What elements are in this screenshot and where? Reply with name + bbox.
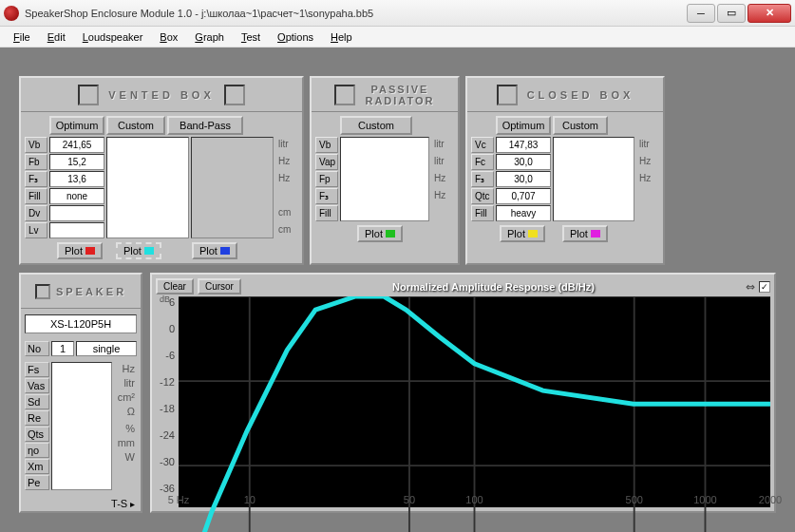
- speaker-param-unit: cm²: [114, 390, 137, 404]
- closed-col-custom[interactable]: Custom: [553, 116, 608, 135]
- speaker-no-label: No: [25, 341, 49, 356]
- menu-loudspeaker[interactable]: Loudspeaker: [75, 29, 151, 45]
- param-value: 241,65: [49, 137, 104, 153]
- chart-surface[interactable]: dB 60-6-12-18-24-30-36 5 Hz1050100500100…: [179, 296, 770, 507]
- chart-panel: Clear Cursor Normalized Amplitude Respon…: [150, 273, 776, 513]
- closed-plot-optimum[interactable]: Plot: [500, 225, 545, 242]
- menu-bar: File Edit Loudspeaker Box Graph Test Opt…: [0, 27, 795, 48]
- cursor-button[interactable]: Cursor: [198, 278, 241, 294]
- param-value: 15,2: [49, 154, 104, 170]
- speaker-header: SPEAKER: [21, 275, 141, 309]
- param-unit: Hz: [636, 171, 659, 187]
- param-value: 30,0: [496, 171, 551, 187]
- speaker-param-unit: Ω: [114, 405, 137, 418]
- vented-col-custom[interactable]: Custom: [106, 116, 165, 135]
- speaker-param-unit: [114, 419, 137, 421]
- workspace: VENTED BOX Optimum Custom Band-Pass VbFb…: [0, 48, 795, 532]
- param-unit: litr: [636, 137, 659, 153]
- passive-plot[interactable]: Plot: [357, 225, 403, 242]
- speaker-param-unit: mm: [114, 436, 137, 449]
- param-unit: Hz: [431, 188, 454, 204]
- vented-title: VENTED BOX: [108, 89, 215, 101]
- vented-plot-optimum[interactable]: Plot: [57, 242, 103, 259]
- param-unit: Hz: [431, 171, 454, 187]
- app-icon: [4, 6, 19, 21]
- chart-title: Normalized Amplitude Response (dB/Hz): [245, 281, 742, 293]
- speaker-param-label: Sd: [25, 394, 49, 409]
- passive-icon: [334, 85, 355, 105]
- maximize-button[interactable]: ▭: [717, 4, 746, 23]
- closed-header: CLOSED BOX: [467, 78, 663, 112]
- speaker-values-col[interactable]: [51, 362, 112, 490]
- menu-file[interactable]: File: [6, 29, 38, 45]
- speaker-param-unit: %: [114, 422, 137, 435]
- close-button[interactable]: ✕: [748, 4, 791, 23]
- menu-test[interactable]: Test: [234, 29, 268, 45]
- speaker-param-unit: litr: [114, 376, 137, 390]
- param-label: Qtc: [471, 188, 494, 204]
- vented-bandpass-col[interactable]: [191, 137, 274, 238]
- speaker-param-label: ηo: [25, 443, 49, 458]
- param-value: 147,83: [496, 137, 551, 153]
- y-axis: 60-6-12-18-24-30-36: [156, 296, 177, 494]
- speaker-param-label: Qts: [25, 427, 49, 442]
- param-unit: litr: [431, 154, 454, 170]
- param-unit: [636, 205, 659, 221]
- clear-button[interactable]: Clear: [156, 278, 194, 294]
- vented-header: VENTED BOX: [21, 78, 302, 112]
- speaker-panel: SPEAKER XS-L120P5H No 1 single FsVasSdRe…: [19, 273, 142, 513]
- menu-graph[interactable]: Graph: [187, 29, 232, 45]
- speaker-param-label: Xm: [25, 459, 49, 474]
- param-value: 13,6: [49, 171, 104, 187]
- closed-col-optimum[interactable]: Optimum: [496, 116, 551, 135]
- param-value: [49, 222, 104, 238]
- vented-col-bandpass[interactable]: Band-Pass: [167, 116, 243, 135]
- closed-plot-custom[interactable]: Plot: [562, 225, 608, 242]
- param-unit: [431, 205, 454, 221]
- param-value: 0,707: [496, 188, 551, 204]
- param-label: F₃: [315, 188, 338, 204]
- param-value: 30,0: [496, 154, 551, 170]
- minimize-button[interactable]: ─: [687, 4, 715, 23]
- vented-custom-col[interactable]: [106, 137, 189, 238]
- vented-plot-bandpass[interactable]: Plot: [192, 242, 237, 259]
- param-label: F₃: [471, 171, 494, 187]
- param-label: Dv: [25, 205, 47, 221]
- menu-box[interactable]: Box: [152, 29, 185, 45]
- speaker-config[interactable]: single: [76, 341, 137, 356]
- speaker-title: SPEAKER: [56, 286, 126, 297]
- closed-icon: [497, 85, 518, 105]
- menu-help[interactable]: Help: [323, 29, 360, 45]
- speaker-param-unit: Hz: [114, 362, 137, 375]
- chart-checkbox[interactable]: ✓: [759, 281, 770, 293]
- param-unit: Hz: [636, 154, 659, 170]
- vented-plot-custom[interactable]: Plot: [116, 242, 161, 259]
- passive-radiator-panel: PASSIVERADIATOR Custom VbVapFpF₃Fill lit…: [310, 76, 460, 265]
- closed-title: CLOSED BOX: [527, 89, 634, 101]
- param-label: Fb: [25, 154, 47, 170]
- speaker-param-label: Re: [25, 410, 49, 426]
- ts-button[interactable]: T-S ▸: [21, 496, 141, 511]
- param-label: Lv: [25, 222, 47, 238]
- window-titlebar: SpeakerShop Enclosure Module 1.0 - j:\шк…: [0, 0, 795, 27]
- param-unit: litr: [431, 137, 454, 153]
- vented-col-optimum[interactable]: Optimum: [49, 116, 104, 135]
- param-label: Vb: [25, 137, 47, 153]
- param-unit: Hz: [275, 154, 298, 170]
- param-value: [49, 205, 104, 221]
- param-label: Vap: [315, 154, 338, 170]
- passive-col-custom[interactable]: Custom: [340, 116, 412, 135]
- passive-custom-col[interactable]: [340, 137, 429, 221]
- param-unit: cm: [275, 205, 298, 221]
- speaker-param-label: Pe: [25, 475, 49, 490]
- speaker-no-value[interactable]: 1: [51, 341, 74, 356]
- chart-link-icon[interactable]: ⇔: [746, 280, 755, 294]
- menu-edit[interactable]: Edit: [40, 29, 73, 45]
- menu-options[interactable]: Options: [270, 29, 321, 45]
- param-unit: [275, 188, 298, 204]
- param-label: F₃: [25, 171, 47, 187]
- param-unit: [636, 188, 659, 204]
- closed-custom-col[interactable]: [553, 137, 634, 221]
- param-label: Vb: [315, 137, 338, 153]
- param-label: Fc: [471, 154, 494, 170]
